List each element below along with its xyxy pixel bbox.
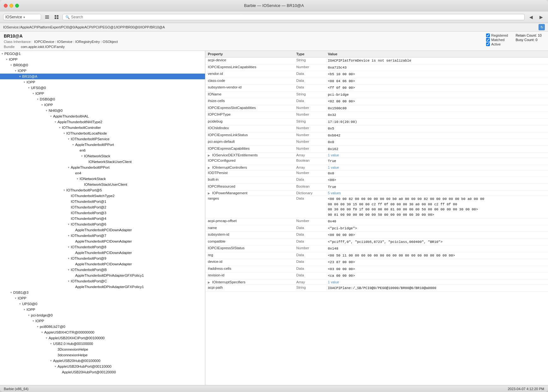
tree-node[interactable]: ▾IOThunderboltPort@9 bbox=[0, 256, 205, 261]
svg-rect-6 bbox=[57, 17, 58, 19]
tree-node[interactable]: ▾AppleThunderboltIPPort bbox=[0, 165, 205, 170]
grid-view-button[interactable] bbox=[53, 14, 60, 21]
tree-node[interactable]: IONetworkStackUserClient bbox=[0, 182, 205, 187]
tree-node[interactable]: ▾IOThunderboltLocalNode bbox=[0, 130, 205, 136]
tree-node[interactable]: ▾IONetworkStack bbox=[0, 176, 205, 182]
navigate-left-button[interactable]: ◀ bbox=[527, 13, 535, 21]
property-row: IOChildIndexNumber0x5 bbox=[205, 125, 548, 132]
tree-node[interactable]: IOThunderboltSwitchType2 bbox=[0, 193, 205, 199]
property-row[interactable]: ▶ IOInterruptControllersArray1 value bbox=[205, 165, 548, 170]
tree-node[interactable]: ▾DSB1@3 bbox=[0, 290, 205, 295]
property-type: Data bbox=[296, 253, 328, 257]
tree-node[interactable]: ▾DSB0@0 bbox=[0, 96, 205, 102]
property-value: 0x32 bbox=[328, 112, 545, 118]
tree-node[interactable]: ▾IOPP bbox=[0, 318, 205, 324]
property-row[interactable]: ▶ IOInterruptSpecifiersArray1 value bbox=[205, 280, 548, 285]
tree-node[interactable]: ▾UFS0@0 bbox=[0, 85, 205, 91]
tree-node[interactable]: en4 bbox=[0, 170, 205, 176]
tree-node[interactable]: AppleThunderboltPCIDownAdapter bbox=[0, 238, 205, 244]
tree-node[interactable]: ▾BR10@A bbox=[0, 74, 205, 79]
navigate-right-button[interactable]: ▶ bbox=[537, 13, 545, 21]
tree-node[interactable]: ▾AppleUSB20XHCIPort@00100000 bbox=[0, 335, 205, 341]
tree-node[interactable]: IOThunderboltPort@4 bbox=[0, 216, 205, 221]
tree-node[interactable]: ▾IONetworkStack bbox=[0, 153, 205, 159]
refresh-button[interactable]: ↻ bbox=[539, 24, 545, 30]
tree-node[interactable]: ▾pci-bridge@0 bbox=[0, 312, 205, 318]
matched-checkbox[interactable] bbox=[486, 38, 490, 42]
property-name: IODTPersist bbox=[208, 171, 296, 175]
tree-node[interactable]: ▾USB2.0 Hub@00100000 bbox=[0, 341, 205, 347]
tree-node[interactable]: AppleThunderboltPCIDownAdapter bbox=[0, 227, 205, 233]
property-row: device-idData<23 87 00 00> bbox=[205, 259, 548, 266]
tree-node[interactable]: AppleThunderboltPCIDownAdapter bbox=[0, 250, 205, 256]
tree-node[interactable]: IOThunderboltPort@2 bbox=[0, 204, 205, 210]
registered-checkbox[interactable] bbox=[486, 33, 490, 37]
tree-toggle-icon: ▾ bbox=[31, 319, 35, 323]
tree-toggle-icon: ▾ bbox=[66, 268, 71, 272]
tree-node[interactable]: ▾IOThunderboltPort@8 bbox=[0, 244, 205, 250]
tree-node[interactable]: ▾PEGO@1 bbox=[0, 51, 205, 57]
tree-node[interactable]: ▾AppleUSB20HubPort@00110000 bbox=[0, 364, 205, 369]
tree-node[interactable]: ▾NHI0@0 bbox=[0, 108, 205, 113]
tree-node[interactable]: ▾IOThunderboltIPService bbox=[0, 136, 205, 142]
maximize-button[interactable] bbox=[15, 4, 19, 8]
tree-toggle-icon bbox=[71, 171, 75, 175]
tree-node[interactable]: ▾IOThunderboltPort@6 bbox=[0, 221, 205, 227]
close-button[interactable] bbox=[4, 4, 8, 8]
tree-node[interactable]: ▾AppleThunderboltHAL bbox=[0, 113, 205, 119]
tree-node[interactable]: IOThunderboltPort@3 bbox=[0, 210, 205, 216]
svg-rect-0 bbox=[45, 15, 49, 16]
tree-node[interactable]: ▾pci8086,b27@0 bbox=[0, 324, 205, 329]
tree-node-label: BR10@A bbox=[22, 75, 37, 78]
property-value: 0x1500c80 bbox=[328, 106, 545, 111]
property-value: <23 87 00 00> bbox=[328, 260, 545, 265]
tree-node[interactable]: 3DconnexionHelpe bbox=[0, 347, 205, 352]
tree-node[interactable]: 3dconnexionHelpe bbox=[0, 352, 205, 358]
search-input[interactable] bbox=[71, 15, 522, 19]
tree-node[interactable]: ▾AppleThunderboltIPPort bbox=[0, 142, 205, 148]
tree-node[interactable]: ▾IOPP bbox=[0, 79, 205, 85]
property-value: 0xb042 bbox=[328, 133, 545, 138]
property-row: #size-cellsData<02 00 00 00> bbox=[205, 98, 548, 105]
tree-toggle-icon bbox=[53, 353, 57, 357]
property-row[interactable]: ▶ IOServiceDEXTEntitlementsArray1 value bbox=[205, 153, 548, 158]
tree-node[interactable]: ▾IOThunderboltController bbox=[0, 125, 205, 130]
service-selector[interactable]: IOService ▾ bbox=[3, 14, 41, 20]
expand-arrow-icon: ▶ bbox=[208, 192, 211, 195]
tree-node[interactable]: ▾IOPP bbox=[0, 295, 205, 301]
tree-node[interactable]: ▾AppleUSBXHCITR@00000000 bbox=[0, 329, 205, 335]
property-name: class-code bbox=[208, 79, 296, 82]
tree-node[interactable]: IONetworkStackUserClient bbox=[0, 159, 205, 165]
tree-node[interactable]: ▾IOPP bbox=[0, 68, 205, 74]
tree-node[interactable]: ▾IOThunderboltPort@B bbox=[0, 267, 205, 273]
property-name: acpi-pmcap-offset bbox=[208, 219, 296, 223]
tree-toggle-icon: ▾ bbox=[62, 188, 66, 192]
search-bar[interactable]: 🔍 bbox=[63, 14, 525, 20]
tree-node[interactable]: AppleUSB20HubPort@00120000 bbox=[0, 369, 205, 375]
tree-node[interactable]: ▾BR00@0 bbox=[0, 62, 205, 68]
tree-node[interactable]: ▾IOPP bbox=[0, 57, 205, 62]
tree-node[interactable]: ▾IOThunderboltPort@7 bbox=[0, 233, 205, 238]
tree-node[interactable]: AppleThunderboltDPInAdapterGFXPolicy1 bbox=[0, 273, 205, 278]
tree-node-label: IOPP bbox=[35, 92, 44, 95]
tree-node[interactable]: ▾AppleThunderboltNHIType2 bbox=[0, 119, 205, 125]
tree-node[interactable]: ▾IOPP bbox=[0, 102, 205, 108]
tree-node-label: AppleThunderboltDPInAdapterGFXPolicy1 bbox=[75, 274, 144, 277]
tree-node[interactable]: ▾IOThunderboltPort@5 bbox=[0, 187, 205, 193]
property-name: vendor-id bbox=[208, 72, 296, 75]
tree-node[interactable]: ▾UPS0@0 bbox=[0, 301, 205, 307]
tree-node[interactable]: ▾AppleUSB20Hub@00100000 bbox=[0, 358, 205, 364]
property-name: #size-cells bbox=[208, 99, 296, 103]
minimize-button[interactable] bbox=[9, 4, 13, 8]
tree-node[interactable]: ▾IOThunderboltPort@C bbox=[0, 278, 205, 284]
list-view-button[interactable] bbox=[44, 14, 51, 21]
tree-node[interactable]: ▾IOPP bbox=[0, 91, 205, 96]
property-row[interactable]: ▶ IOPowerManagementDictionary5 values bbox=[205, 190, 548, 196]
tree-node[interactable]: AppleThunderboltPCIDownAdapter bbox=[0, 261, 205, 267]
tree-node[interactable]: ▾IOPP bbox=[0, 307, 205, 312]
tree-node[interactable]: en6 bbox=[0, 148, 205, 153]
tree-node[interactable]: IOThunderboltPort@1 bbox=[0, 199, 205, 204]
tree-node[interactable]: AppleThunderboltDPInAdapterGFXPolicy1 bbox=[0, 284, 205, 290]
property-value: 1 value bbox=[328, 153, 545, 157]
active-checkbox[interactable] bbox=[486, 42, 490, 46]
